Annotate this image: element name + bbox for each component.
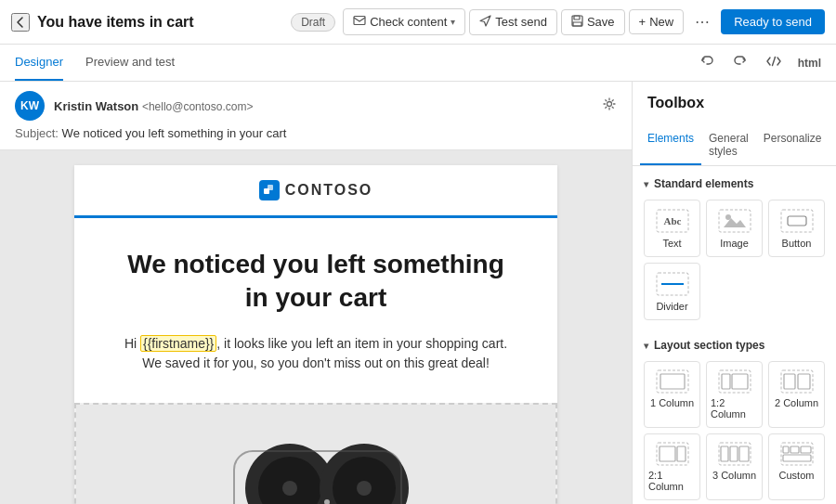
firstname-token: {{firstname}} bbox=[140, 335, 216, 352]
elements-grid: Abc Text Image bbox=[644, 200, 825, 320]
layout-custom[interactable]: Custom bbox=[768, 433, 825, 500]
email-logo-bar: CONTOSO bbox=[74, 165, 557, 218]
svg-rect-5 bbox=[268, 185, 273, 190]
contoso-logo-icon bbox=[259, 180, 280, 200]
logo-container: CONTOSO bbox=[89, 180, 542, 200]
element-image-label: Image bbox=[720, 238, 749, 249]
svg-point-12 bbox=[357, 481, 372, 496]
top-header: You have items in cart Draft Check conte… bbox=[0, 0, 836, 45]
element-image[interactable]: Image bbox=[706, 200, 763, 257]
standard-elements-section: ▾ Standard elements Abc Text bbox=[633, 166, 836, 328]
tab-general-styles[interactable]: General styles bbox=[701, 126, 756, 165]
html-button[interactable] bbox=[761, 50, 787, 76]
save-button[interactable]: Save bbox=[561, 9, 625, 35]
new-button[interactable]: + New bbox=[629, 9, 685, 34]
body-text-before: Hi bbox=[124, 336, 140, 351]
svg-rect-42 bbox=[790, 446, 799, 453]
company-logo-text: CONTOSO bbox=[285, 182, 373, 199]
element-text-label: Text bbox=[662, 238, 681, 249]
body-text-2: We saved it for you, so you don't miss o… bbox=[142, 355, 490, 370]
layout-1-2-column[interactable]: 1:2 Column bbox=[706, 361, 763, 428]
svg-text:Abc: Abc bbox=[663, 215, 681, 226]
sender-email: <hello@contoso.com> bbox=[142, 100, 254, 113]
standard-elements-header: ▾ Standard elements bbox=[644, 177, 825, 190]
layout-section-header: ▾ Layout section types bbox=[644, 339, 825, 352]
redo-button[interactable] bbox=[727, 50, 753, 76]
element-divider-label: Divider bbox=[656, 301, 687, 312]
check-content-button[interactable]: Check content ▾ bbox=[343, 8, 465, 35]
svg-rect-19 bbox=[719, 210, 751, 232]
layout-2-column[interactable]: 2 Column bbox=[768, 361, 825, 428]
test-send-button[interactable]: Test send bbox=[469, 9, 557, 35]
subject-text: We noticed you left something in your ca… bbox=[62, 126, 287, 140]
tab-designer[interactable]: Designer bbox=[15, 45, 63, 81]
ready-to-send-button[interactable]: Ready to send bbox=[721, 9, 825, 34]
email-header-panel: KW Kristin Watson <hello@contoso.com> Su… bbox=[0, 82, 632, 150]
plus-icon: + bbox=[639, 15, 647, 29]
layout-3-column[interactable]: 3 Column bbox=[706, 433, 763, 500]
svg-point-9 bbox=[282, 481, 297, 496]
layout-grid: 1 Column 1:2 Column bbox=[644, 361, 825, 500]
email-headline: We noticed you left something in your ca… bbox=[119, 248, 513, 316]
tab-preview-and-test[interactable]: Preview and test bbox=[85, 45, 175, 81]
sub-nav: Designer Preview and test html bbox=[0, 45, 836, 82]
back-button[interactable] bbox=[11, 13, 30, 32]
svg-rect-43 bbox=[801, 446, 811, 453]
sender-name: Kristin Watson bbox=[54, 99, 138, 113]
header-actions: Check content ▾ Test send Save + bbox=[343, 8, 825, 35]
toolbox: Toolbox Elements General styles Personal… bbox=[632, 82, 836, 504]
svg-rect-38 bbox=[730, 446, 738, 461]
html-label: html bbox=[798, 57, 821, 70]
layout-1-2-column-label: 1:2 Column bbox=[711, 397, 758, 420]
body-text-after: , it looks like you left an item in your… bbox=[216, 336, 507, 351]
save-icon bbox=[571, 15, 583, 30]
svg-rect-29 bbox=[732, 374, 748, 389]
layout-2-column-label: 2 Column bbox=[775, 397, 818, 408]
layout-1-column-label: 1 Column bbox=[650, 397, 694, 408]
draft-badge: Draft bbox=[291, 13, 335, 32]
svg-rect-2 bbox=[574, 16, 580, 19]
settings-button[interactable] bbox=[602, 97, 617, 115]
email-product-image bbox=[74, 403, 557, 504]
subject-label: Subject: bbox=[15, 126, 59, 140]
layout-2-1-column-label: 2:1 Column bbox=[648, 470, 696, 492]
element-button-label: Button bbox=[782, 238, 812, 249]
svg-rect-28 bbox=[722, 374, 730, 389]
svg-rect-0 bbox=[354, 17, 365, 25]
send-icon bbox=[479, 15, 491, 30]
layout-3-column-label: 3 Column bbox=[712, 470, 756, 481]
sender-row: KW Kristin Watson <hello@contoso.com> bbox=[15, 91, 617, 121]
layout-2-1-column[interactable]: 2:1 Column bbox=[644, 433, 700, 500]
svg-rect-39 bbox=[739, 446, 749, 461]
svg-rect-41 bbox=[783, 446, 789, 453]
subject-row: Subject: We noticed you left something i… bbox=[15, 126, 617, 140]
tab-elements[interactable]: Elements bbox=[640, 126, 701, 165]
svg-rect-34 bbox=[660, 446, 675, 461]
svg-rect-32 bbox=[798, 374, 810, 389]
undo-button[interactable] bbox=[694, 50, 720, 76]
layout-custom-label: Custom bbox=[779, 470, 815, 481]
svg-rect-31 bbox=[784, 374, 795, 389]
svg-rect-35 bbox=[677, 446, 686, 461]
sender-info: Kristin Watson <hello@contoso.com> bbox=[54, 99, 593, 113]
email-canvas: CONTOSO We noticed you left something in… bbox=[74, 165, 557, 504]
collapse-icon[interactable]: ▾ bbox=[644, 179, 648, 189]
element-divider[interactable]: Divider bbox=[644, 263, 700, 320]
svg-point-3 bbox=[607, 102, 612, 107]
tab-personalize[interactable]: Personalize bbox=[756, 126, 829, 165]
element-text[interactable]: Abc Text bbox=[644, 200, 700, 257]
email-subtext: Hi {{firstname}}, it looks like you left… bbox=[119, 334, 513, 373]
layout-section: ▾ Layout section types 1 Column bbox=[633, 328, 836, 504]
avatar: KW bbox=[15, 91, 45, 121]
envelope-icon bbox=[353, 14, 366, 30]
svg-rect-26 bbox=[660, 374, 685, 389]
layout-collapse-icon[interactable]: ▾ bbox=[644, 341, 648, 351]
more-options-button[interactable]: ⋯ bbox=[687, 8, 717, 35]
svg-point-20 bbox=[725, 214, 731, 220]
page-title: You have items in cart bbox=[37, 14, 283, 31]
sub-nav-right: html bbox=[694, 50, 821, 76]
svg-rect-37 bbox=[721, 446, 728, 461]
toolbox-title: Toolbox bbox=[633, 82, 836, 111]
element-button[interactable]: Button bbox=[768, 200, 825, 257]
layout-1-column[interactable]: 1 Column bbox=[644, 361, 700, 428]
